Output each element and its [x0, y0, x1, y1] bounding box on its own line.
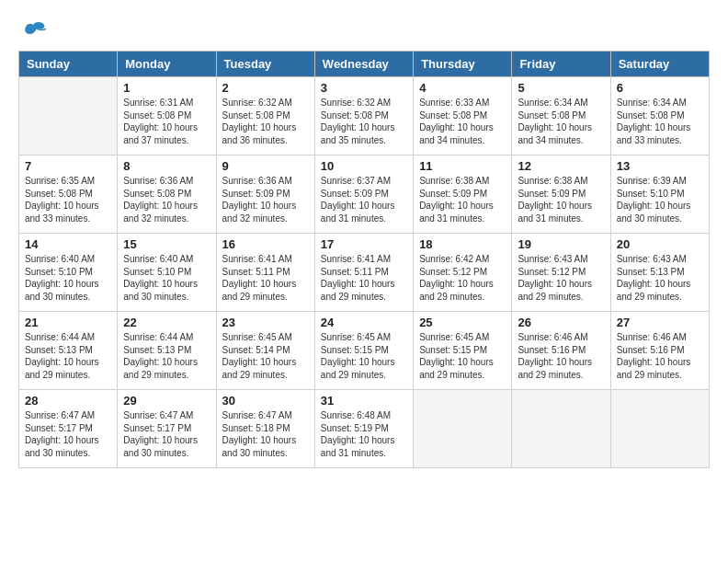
header-thursday: Thursday — [414, 52, 512, 77]
day-info: Sunrise: 6:42 AMSunset: 5:12 PMDaylight:… — [419, 253, 506, 303]
day-info: Sunrise: 6:36 AMSunset: 5:08 PMDaylight:… — [123, 175, 210, 224]
day-info: Sunrise: 6:45 AMSunset: 5:14 PMDaylight:… — [222, 331, 309, 381]
day-info: Sunrise: 6:40 AMSunset: 5:10 PMDaylight:… — [25, 253, 111, 303]
day-info: Sunrise: 6:38 AMSunset: 5:09 PMDaylight:… — [518, 175, 604, 224]
day-number: 16 — [222, 237, 309, 251]
calendar-cell — [19, 77, 118, 155]
day-number: 15 — [123, 237, 210, 251]
day-number: 5 — [518, 81, 604, 95]
day-info: Sunrise: 6:32 AMSunset: 5:08 PMDaylight:… — [321, 97, 407, 146]
calendar-cell: 5 Sunrise: 6:34 AMSunset: 5:08 PMDayligh… — [512, 77, 610, 155]
day-info: Sunrise: 6:46 AMSunset: 5:16 PMDaylight:… — [617, 331, 703, 381]
day-number: 20 — [617, 237, 703, 251]
calendar-cell: 18 Sunrise: 6:42 AMSunset: 5:12 PMDaylig… — [414, 234, 512, 312]
header-friday: Friday — [512, 52, 610, 77]
week-row-4: 21 Sunrise: 6:44 AMSunset: 5:13 PMDaylig… — [19, 312, 710, 390]
calendar-cell: 11 Sunrise: 6:38 AMSunset: 5:09 PMDaylig… — [414, 155, 512, 234]
day-number: 22 — [123, 316, 210, 329]
day-number: 6 — [617, 81, 703, 95]
day-info: Sunrise: 6:44 AMSunset: 5:13 PMDaylight:… — [25, 331, 111, 381]
logo — [18, 18, 48, 41]
day-number: 24 — [321, 316, 407, 329]
day-number: 8 — [123, 159, 210, 173]
header-tuesday: Tuesday — [216, 52, 314, 77]
day-info: Sunrise: 6:35 AMSunset: 5:08 PMDaylight:… — [25, 175, 111, 224]
day-info: Sunrise: 6:45 AMSunset: 5:15 PMDaylight:… — [419, 331, 506, 381]
calendar-cell: 7 Sunrise: 6:35 AMSunset: 5:08 PMDayligh… — [19, 155, 118, 234]
calendar-cell: 20 Sunrise: 6:43 AMSunset: 5:13 PMDaylig… — [610, 234, 709, 312]
day-number: 26 — [518, 316, 604, 329]
day-info: Sunrise: 6:47 AMSunset: 5:17 PMDaylight:… — [25, 409, 111, 459]
day-number: 29 — [123, 394, 210, 408]
calendar-cell: 28 Sunrise: 6:47 AMSunset: 5:17 PMDaylig… — [19, 390, 118, 468]
calendar-cell: 30 Sunrise: 6:47 AMSunset: 5:18 PMDaylig… — [216, 390, 314, 468]
calendar-cell — [610, 390, 709, 468]
page-header — [18, 18, 710, 41]
calendar-cell — [512, 390, 610, 468]
header-monday: Monday — [118, 52, 216, 77]
day-number: 12 — [518, 159, 604, 173]
calendar-cell: 15 Sunrise: 6:40 AMSunset: 5:10 PMDaylig… — [118, 234, 216, 312]
calendar-header-row: SundayMondayTuesdayWednesdayThursdayFrid… — [19, 52, 710, 77]
day-info: Sunrise: 6:34 AMSunset: 5:08 PMDaylight:… — [617, 97, 703, 146]
calendar-cell: 9 Sunrise: 6:36 AMSunset: 5:09 PMDayligh… — [216, 155, 314, 234]
day-number: 13 — [617, 159, 703, 173]
calendar-table: SundayMondayTuesdayWednesdayThursdayFrid… — [18, 51, 710, 468]
calendar-cell: 10 Sunrise: 6:37 AMSunset: 5:09 PMDaylig… — [314, 155, 413, 234]
day-info: Sunrise: 6:37 AMSunset: 5:09 PMDaylight:… — [321, 175, 407, 224]
calendar-cell: 27 Sunrise: 6:46 AMSunset: 5:16 PMDaylig… — [610, 312, 709, 390]
logo-bird-icon — [20, 21, 46, 41]
day-number: 2 — [222, 81, 309, 95]
calendar-cell: 14 Sunrise: 6:40 AMSunset: 5:10 PMDaylig… — [19, 234, 118, 312]
calendar-cell: 3 Sunrise: 6:32 AMSunset: 5:08 PMDayligh… — [314, 77, 413, 155]
day-info: Sunrise: 6:44 AMSunset: 5:13 PMDaylight:… — [123, 331, 210, 381]
day-info: Sunrise: 6:38 AMSunset: 5:09 PMDaylight:… — [419, 175, 506, 224]
day-info: Sunrise: 6:31 AMSunset: 5:08 PMDaylight:… — [123, 97, 210, 146]
calendar-cell: 17 Sunrise: 6:41 AMSunset: 5:11 PMDaylig… — [314, 234, 413, 312]
day-info: Sunrise: 6:47 AMSunset: 5:17 PMDaylight:… — [123, 409, 210, 459]
day-info: Sunrise: 6:47 AMSunset: 5:18 PMDaylight:… — [222, 409, 309, 459]
calendar-cell: 16 Sunrise: 6:41 AMSunset: 5:11 PMDaylig… — [216, 234, 314, 312]
calendar-cell: 6 Sunrise: 6:34 AMSunset: 5:08 PMDayligh… — [610, 77, 709, 155]
day-number: 10 — [321, 159, 407, 173]
day-info: Sunrise: 6:41 AMSunset: 5:11 PMDaylight:… — [222, 253, 309, 303]
calendar-cell: 31 Sunrise: 6:48 AMSunset: 5:19 PMDaylig… — [314, 390, 413, 468]
calendar-cell: 4 Sunrise: 6:33 AMSunset: 5:08 PMDayligh… — [414, 77, 512, 155]
day-number: 17 — [321, 237, 407, 251]
day-number: 4 — [419, 81, 506, 95]
week-row-3: 14 Sunrise: 6:40 AMSunset: 5:10 PMDaylig… — [19, 234, 710, 312]
day-number: 18 — [419, 237, 506, 251]
day-number: 9 — [222, 159, 309, 173]
day-number: 21 — [25, 316, 111, 329]
day-info: Sunrise: 6:40 AMSunset: 5:10 PMDaylight:… — [123, 253, 210, 303]
calendar-cell: 1 Sunrise: 6:31 AMSunset: 5:08 PMDayligh… — [118, 77, 216, 155]
calendar-cell — [414, 390, 512, 468]
day-info: Sunrise: 6:39 AMSunset: 5:10 PMDaylight:… — [617, 175, 703, 224]
day-number: 30 — [222, 394, 309, 408]
day-info: Sunrise: 6:34 AMSunset: 5:08 PMDaylight:… — [518, 97, 604, 146]
calendar-cell: 12 Sunrise: 6:38 AMSunset: 5:09 PMDaylig… — [512, 155, 610, 234]
day-number: 11 — [419, 159, 506, 173]
calendar-cell: 22 Sunrise: 6:44 AMSunset: 5:13 PMDaylig… — [118, 312, 216, 390]
week-row-5: 28 Sunrise: 6:47 AMSunset: 5:17 PMDaylig… — [19, 390, 710, 468]
day-number: 25 — [419, 316, 506, 329]
day-number: 27 — [617, 316, 703, 329]
day-number: 3 — [321, 81, 407, 95]
header-saturday: Saturday — [610, 52, 709, 77]
day-number: 28 — [25, 394, 111, 408]
day-info: Sunrise: 6:45 AMSunset: 5:15 PMDaylight:… — [321, 331, 407, 381]
header-wednesday: Wednesday — [314, 52, 413, 77]
day-number: 19 — [518, 237, 604, 251]
day-number: 31 — [321, 394, 407, 408]
calendar-cell: 24 Sunrise: 6:45 AMSunset: 5:15 PMDaylig… — [314, 312, 413, 390]
day-info: Sunrise: 6:43 AMSunset: 5:13 PMDaylight:… — [617, 253, 703, 303]
day-info: Sunrise: 6:48 AMSunset: 5:19 PMDaylight:… — [321, 409, 407, 459]
calendar-cell: 23 Sunrise: 6:45 AMSunset: 5:14 PMDaylig… — [216, 312, 314, 390]
day-number: 1 — [123, 81, 210, 95]
day-number: 14 — [25, 237, 111, 251]
day-info: Sunrise: 6:43 AMSunset: 5:12 PMDaylight:… — [518, 253, 604, 303]
calendar-cell: 29 Sunrise: 6:47 AMSunset: 5:17 PMDaylig… — [118, 390, 216, 468]
week-row-2: 7 Sunrise: 6:35 AMSunset: 5:08 PMDayligh… — [19, 155, 710, 234]
calendar-cell: 2 Sunrise: 6:32 AMSunset: 5:08 PMDayligh… — [216, 77, 314, 155]
calendar-cell: 26 Sunrise: 6:46 AMSunset: 5:16 PMDaylig… — [512, 312, 610, 390]
